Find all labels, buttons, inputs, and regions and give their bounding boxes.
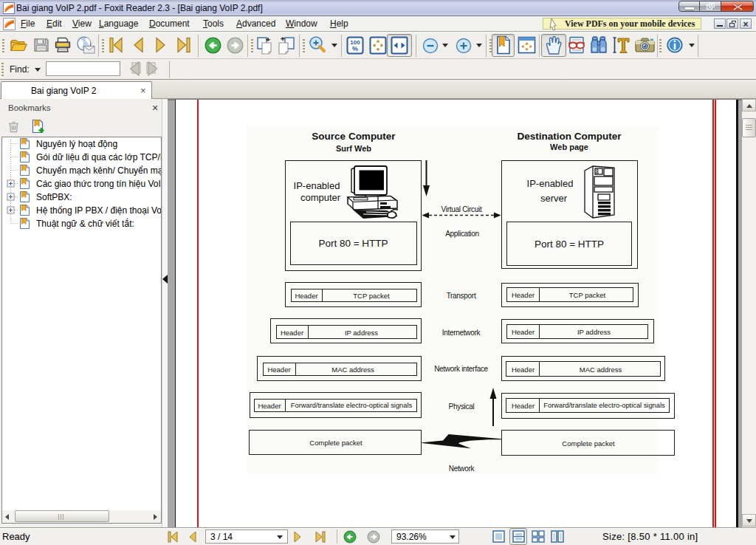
svg-text:%: % (352, 45, 358, 52)
